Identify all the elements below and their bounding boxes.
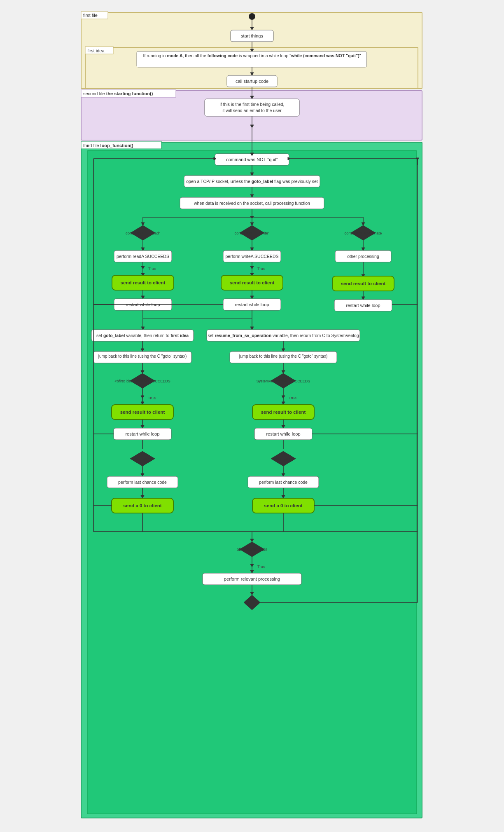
jump-back-2-text: jump back to this line (using the C "got… (239, 354, 327, 359)
diagram-container: first file first idea second file the st… (79, 4, 425, 828)
true5-label: True (257, 564, 265, 569)
perform-reada-text: perform readA SUCCEEDS (117, 254, 169, 259)
open-socket-text: open a TCP/IP socket, unless the goto_la… (186, 179, 318, 184)
true1-label: True (148, 266, 156, 271)
start-things-text: start things (241, 33, 263, 38)
write-diamond-text: command == "write" (235, 231, 270, 235)
perform-last-2-text: perform last chance code (259, 480, 308, 485)
when-data-text: when data is received on the socket, cal… (194, 201, 310, 206)
first-time-text1: if this is the first time being called, (220, 102, 285, 107)
first-idea-label: first idea (87, 48, 105, 53)
main-diagram-svg: first file first idea second file the st… (79, 4, 425, 828)
true2-label: True (257, 266, 265, 271)
cmd-not-quit-text: command was NOT "quit" (226, 157, 278, 162)
other-processing-text: other processing (347, 254, 379, 259)
call-startup-text: call startup code (236, 79, 268, 84)
true4-label: True (289, 396, 296, 400)
last-chance-1-text: last chance (132, 457, 153, 461)
first-file-label: first file (83, 13, 98, 18)
second-file-label: second file the starting function() (83, 91, 153, 96)
last-chance-2-text: last chance (273, 457, 294, 461)
if-mode-a-text: If running in mode A, then all the follo… (143, 53, 361, 58)
perform-last-1-text: perform last chance code (118, 480, 167, 485)
perform-writea-text: perform writeA SUCCEEDS (226, 254, 279, 259)
perform-relevant-text: perform relevant processing (224, 577, 280, 581)
third-file-label: third file loop_function() (83, 143, 133, 148)
restart-loop-2-text: restart while loop (235, 302, 269, 307)
true3-label: True (148, 396, 156, 400)
send-result-5-text: send result to client (261, 410, 306, 415)
bfirst-diamond-text: <bfirst idea</b> read SUCCEEDS (114, 379, 170, 383)
send-result-1-text: send result to client (121, 280, 166, 285)
read-diamond-text: command == "read" (126, 231, 160, 235)
set-resume-text: set resume_from_sv_operation variable, t… (208, 333, 359, 338)
send-0-2-text: send a 0 to client (264, 503, 302, 508)
sv-diamond-text: SystemVerilog read SUCCEEDS (257, 379, 310, 383)
restart-loop-4-text: restart while loop (125, 431, 159, 436)
restart-loop-3-text: restart while loop (346, 303, 380, 308)
send-0-1-text: send a 0 to client (123, 503, 161, 508)
set-goto-text: set goto_label variable, then return to … (96, 333, 189, 338)
send-result-4-text: send result to client (120, 410, 165, 415)
alt-diamond-text: command is alternate (345, 231, 382, 235)
send-result-2-text: send result to client (230, 280, 275, 285)
first-time-text2: it will send an email to the user (222, 108, 282, 113)
send-result-3-text: send result to client (341, 281, 386, 286)
restart-loop-5-text: restart while loop (266, 431, 300, 436)
other-commands-text: other commands (237, 547, 267, 552)
jump-back-1-text: jump back to this line (using the C "got… (98, 354, 187, 359)
start-node (249, 13, 255, 20)
